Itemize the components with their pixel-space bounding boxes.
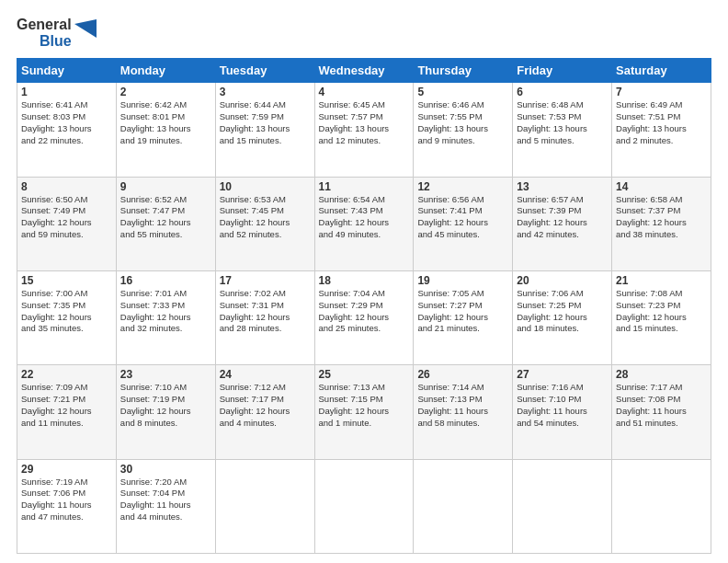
calendar-day: 9Sunrise: 6:52 AMSunset: 7:47 PMDaylight…	[116, 177, 215, 270]
calendar-day: 7Sunrise: 6:49 AMSunset: 7:51 PMDaylight…	[612, 83, 711, 177]
logo-bird-icon	[74, 19, 97, 47]
day-info: Sunrise: 7:05 AMSunset: 7:27 PMDaylight:…	[417, 288, 508, 335]
calendar-day: 4Sunrise: 6:45 AMSunset: 7:57 PMDaylight…	[314, 83, 414, 177]
day-info: Sunrise: 7:13 AMSunset: 7:15 PMDaylight:…	[319, 382, 410, 429]
day-info: Sunrise: 7:10 AMSunset: 7:19 PMDaylight:…	[120, 382, 211, 429]
day-header: Friday	[513, 59, 612, 83]
calendar-day: 26Sunrise: 7:14 AMSunset: 7:13 PMDayligh…	[414, 365, 513, 459]
day-number: 12	[417, 180, 508, 193]
day-info: Sunrise: 6:46 AMSunset: 7:55 PMDaylight:…	[417, 99, 508, 146]
header: General Blue	[17, 17, 711, 49]
day-header: Sunday	[17, 59, 117, 83]
calendar-day: 29Sunrise: 7:19 AMSunset: 7:06 PMDayligh…	[17, 459, 117, 553]
day-info: Sunrise: 6:41 AMSunset: 8:03 PMDaylight:…	[21, 99, 112, 146]
calendar-day: 14Sunrise: 6:58 AMSunset: 7:37 PMDayligh…	[612, 177, 711, 270]
day-info: Sunrise: 7:06 AMSunset: 7:25 PMDaylight:…	[517, 288, 608, 335]
logo-general: General	[17, 17, 72, 33]
day-number: 13	[517, 180, 608, 193]
calendar-day: 18Sunrise: 7:04 AMSunset: 7:29 PMDayligh…	[314, 270, 414, 364]
day-info: Sunrise: 7:12 AMSunset: 7:17 PMDaylight:…	[220, 382, 311, 429]
day-header: Thursday	[414, 59, 513, 83]
calendar-day: 19Sunrise: 7:05 AMSunset: 7:27 PMDayligh…	[414, 270, 513, 364]
day-info: Sunrise: 7:14 AMSunset: 7:13 PMDaylight:…	[417, 382, 508, 429]
day-number: 29	[21, 463, 112, 476]
calendar-day: 16Sunrise: 7:01 AMSunset: 7:33 PMDayligh…	[116, 270, 215, 364]
calendar-day: 10Sunrise: 6:53 AMSunset: 7:45 PMDayligh…	[215, 177, 314, 270]
day-number: 28	[616, 368, 707, 381]
day-info: Sunrise: 7:20 AMSunset: 7:04 PMDaylight:…	[120, 477, 211, 523]
day-info: Sunrise: 6:49 AMSunset: 7:51 PMDaylight:…	[616, 99, 707, 146]
day-number: 16	[120, 274, 211, 287]
day-number: 15	[21, 274, 112, 287]
logo: General Blue	[17, 17, 97, 49]
svg-marker-0	[74, 19, 97, 38]
day-info: Sunrise: 7:04 AMSunset: 7:29 PMDaylight:…	[319, 288, 410, 335]
day-info: Sunrise: 6:53 AMSunset: 7:45 PMDaylight:…	[220, 194, 311, 241]
day-info: Sunrise: 6:54 AMSunset: 7:43 PMDaylight:…	[319, 194, 410, 241]
day-number: 20	[517, 274, 608, 287]
calendar-day: 1Sunrise: 6:41 AMSunset: 8:03 PMDaylight…	[17, 83, 117, 177]
day-number: 18	[319, 274, 410, 287]
calendar-day: 21Sunrise: 7:08 AMSunset: 7:23 PMDayligh…	[612, 270, 711, 364]
logo-blue: Blue	[40, 33, 72, 50]
calendar-day	[414, 459, 513, 553]
calendar-day: 22Sunrise: 7:09 AMSunset: 7:21 PMDayligh…	[17, 365, 117, 459]
day-info: Sunrise: 6:42 AMSunset: 8:01 PMDaylight:…	[120, 99, 211, 146]
day-number: 5	[417, 86, 508, 98]
day-number: 26	[417, 368, 508, 381]
calendar-table: SundayMondayTuesdayWednesdayThursdayFrid…	[17, 58, 711, 554]
day-number: 11	[319, 180, 410, 193]
calendar-day	[215, 459, 314, 553]
calendar-week: 1Sunrise: 6:41 AMSunset: 8:03 PMDaylight…	[17, 83, 711, 177]
calendar-day: 23Sunrise: 7:10 AMSunset: 7:19 PMDayligh…	[116, 365, 215, 459]
calendar-day: 3Sunrise: 6:44 AMSunset: 7:59 PMDaylight…	[215, 83, 314, 177]
day-info: Sunrise: 7:16 AMSunset: 7:10 PMDaylight:…	[517, 382, 608, 429]
day-number: 2	[120, 86, 211, 98]
day-info: Sunrise: 7:17 AMSunset: 7:08 PMDaylight:…	[616, 382, 707, 429]
calendar-week: 22Sunrise: 7:09 AMSunset: 7:21 PMDayligh…	[17, 365, 711, 459]
day-header: Wednesday	[314, 59, 414, 83]
day-header: Saturday	[612, 59, 711, 83]
calendar-day: 2Sunrise: 6:42 AMSunset: 8:01 PMDaylight…	[116, 83, 215, 177]
calendar-day: 13Sunrise: 6:57 AMSunset: 7:39 PMDayligh…	[513, 177, 612, 270]
day-number: 7	[616, 86, 707, 98]
calendar-week: 15Sunrise: 7:00 AMSunset: 7:35 PMDayligh…	[17, 270, 711, 364]
day-info: Sunrise: 6:57 AMSunset: 7:39 PMDaylight:…	[517, 194, 608, 241]
day-number: 27	[517, 368, 608, 381]
day-info: Sunrise: 6:56 AMSunset: 7:41 PMDaylight:…	[417, 194, 508, 241]
day-number: 3	[220, 86, 311, 98]
day-number: 6	[517, 86, 608, 98]
page: General Blue SundayMondayTuesdayWednesda…	[0, 0, 728, 563]
day-number: 30	[120, 463, 211, 476]
day-info: Sunrise: 7:08 AMSunset: 7:23 PMDaylight:…	[616, 288, 707, 335]
day-number: 23	[120, 368, 211, 381]
day-info: Sunrise: 7:09 AMSunset: 7:21 PMDaylight:…	[21, 382, 112, 429]
day-info: Sunrise: 6:44 AMSunset: 7:59 PMDaylight:…	[220, 99, 311, 146]
day-number: 10	[220, 180, 311, 193]
day-info: Sunrise: 6:45 AMSunset: 7:57 PMDaylight:…	[319, 99, 410, 146]
day-number: 4	[319, 86, 410, 98]
calendar-day: 24Sunrise: 7:12 AMSunset: 7:17 PMDayligh…	[215, 365, 314, 459]
calendar-day	[612, 459, 711, 553]
calendar-day: 11Sunrise: 6:54 AMSunset: 7:43 PMDayligh…	[314, 177, 414, 270]
day-info: Sunrise: 7:01 AMSunset: 7:33 PMDaylight:…	[120, 288, 211, 335]
calendar-day: 6Sunrise: 6:48 AMSunset: 7:53 PMDaylight…	[513, 83, 612, 177]
day-info: Sunrise: 7:00 AMSunset: 7:35 PMDaylight:…	[21, 288, 112, 335]
day-info: Sunrise: 6:58 AMSunset: 7:37 PMDaylight:…	[616, 194, 707, 241]
day-info: Sunrise: 6:48 AMSunset: 7:53 PMDaylight:…	[517, 99, 608, 146]
calendar-day: 17Sunrise: 7:02 AMSunset: 7:31 PMDayligh…	[215, 270, 314, 364]
day-info: Sunrise: 7:19 AMSunset: 7:06 PMDaylight:…	[21, 477, 112, 523]
day-number: 14	[616, 180, 707, 193]
calendar-day	[314, 459, 414, 553]
day-info: Sunrise: 7:02 AMSunset: 7:31 PMDaylight:…	[220, 288, 311, 335]
calendar-day: 12Sunrise: 6:56 AMSunset: 7:41 PMDayligh…	[414, 177, 513, 270]
calendar-day: 20Sunrise: 7:06 AMSunset: 7:25 PMDayligh…	[513, 270, 612, 364]
calendar-day: 30Sunrise: 7:20 AMSunset: 7:04 PMDayligh…	[116, 459, 215, 553]
day-number: 25	[319, 368, 410, 381]
calendar-day: 25Sunrise: 7:13 AMSunset: 7:15 PMDayligh…	[314, 365, 414, 459]
calendar-day: 28Sunrise: 7:17 AMSunset: 7:08 PMDayligh…	[612, 365, 711, 459]
day-number: 9	[120, 180, 211, 193]
day-number: 1	[21, 86, 112, 98]
day-info: Sunrise: 6:52 AMSunset: 7:47 PMDaylight:…	[120, 194, 211, 241]
calendar-day: 8Sunrise: 6:50 AMSunset: 7:49 PMDaylight…	[17, 177, 117, 270]
